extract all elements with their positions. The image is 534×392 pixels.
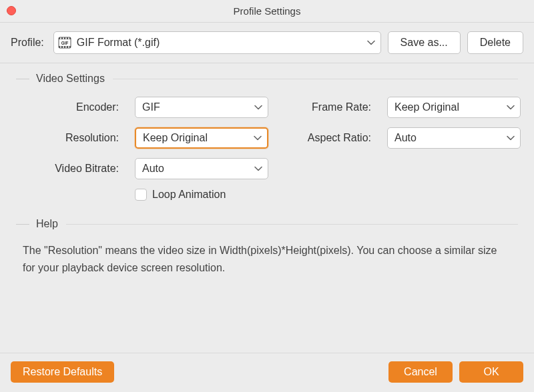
profile-label: Profile: [11,37,44,49]
framerate-value: Keep Original [394,101,459,113]
divider [66,224,518,225]
help-text: The "Resolution" means the video size in… [16,242,518,276]
svg-rect-8 [63,47,64,48]
chevron-down-icon [254,105,262,110]
resolution-value: Keep Original [143,132,208,144]
save-as-button[interactable]: Save as... [388,31,461,54]
aspect-ratio-value: Auto [394,132,417,144]
video-settings-group: Video Settings Encoder: GIF Frame Rate: … [16,73,518,201]
svg-rect-4 [63,38,64,39]
content-area: Video Settings Encoder: GIF Frame Rate: … [0,63,534,353]
chevron-down-icon [367,40,375,45]
delete-label: Delete [480,37,511,49]
footer-bar: Restore Defaults Cancel OK [0,353,534,392]
video-settings-legend: Video Settings [36,73,105,85]
resolution-label: Resolution: [23,132,119,144]
aspect-ratio-label: Aspect Ratio: [284,132,371,144]
svg-rect-9 [65,47,67,48]
help-legend: Help [36,218,58,230]
encoder-select[interactable]: GIF [135,97,268,118]
video-bitrate-select[interactable]: Auto [135,158,268,179]
profile-settings-window: Profile Settings Profile: [0,0,534,392]
delete-button[interactable]: Delete [467,31,523,54]
ok-button[interactable]: OK [459,361,523,383]
divider [113,79,518,79]
loop-animation-label: Loop Animation [152,189,226,201]
traffic-lights [7,6,16,15]
ok-label: OK [483,366,499,378]
divider [16,224,29,225]
framerate-select[interactable]: Keep Original [387,97,521,118]
video-bitrate-label: Video Bitrate: [23,163,119,175]
cancel-label: Cancel [404,366,437,378]
profile-select-value: GIF Format (*.gif) [77,37,160,49]
save-as-label: Save as... [400,37,448,49]
help-group: Help The "Resolution" means the video si… [16,218,518,276]
titlebar: Profile Settings [0,0,534,23]
restore-defaults-button[interactable]: Restore Defaults [11,361,114,383]
encoder-value: GIF [142,101,160,113]
chevron-down-icon [254,166,262,171]
encoder-label: Encoder: [23,101,119,113]
video-bitrate-value: Auto [142,163,164,175]
aspect-ratio-select[interactable]: Auto [387,127,521,149]
svg-rect-10 [68,47,69,48]
resolution-select[interactable]: Keep Original [135,127,268,149]
profile-select[interactable]: GIF GIF Format (*.gif) [53,31,381,54]
svg-rect-5 [65,38,67,39]
svg-rect-7 [60,47,61,48]
svg-rect-6 [68,38,69,39]
svg-rect-3 [60,38,61,39]
divider [16,79,29,79]
close-icon[interactable] [7,6,16,15]
framerate-label: Frame Rate: [284,101,371,113]
cancel-button[interactable]: Cancel [388,361,453,383]
chevron-down-icon [254,135,262,141]
chevron-down-icon [507,105,515,110]
restore-defaults-label: Restore Defaults [23,366,102,378]
gif-file-icon: GIF [58,37,71,49]
window-title: Profile Settings [234,5,301,17]
svg-text:GIF: GIF [61,41,69,45]
profile-row: Profile: GIF [0,23,534,63]
chevron-down-icon [507,135,515,141]
loop-animation-checkbox[interactable] [135,189,147,201]
